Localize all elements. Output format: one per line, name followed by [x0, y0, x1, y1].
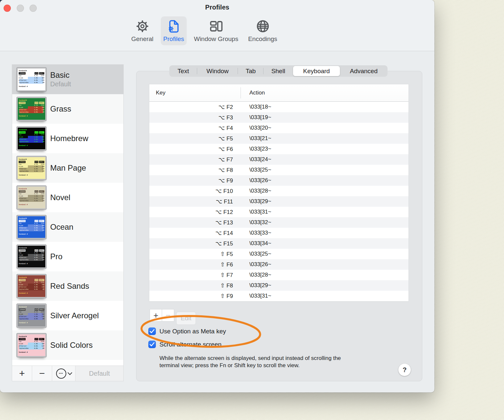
profile-name: Novel [50, 193, 70, 202]
tab-advanced[interactable]: Advanced [340, 65, 388, 77]
profile-row-grass[interactable]: Terminal# COMMAND%CPURPRVT top4.1%231K X… [12, 94, 123, 124]
table-row[interactable]: ⇧ F8\033[29~ [149, 280, 409, 291]
edit-key-mapping-button[interactable]: Edit [176, 312, 196, 325]
toolbar-item-encodings[interactable]: Encodings [245, 16, 280, 45]
table-row[interactable]: ⌥ F11\033[29~ [149, 196, 409, 207]
profile-row-man-page[interactable]: Terminal# COMMAND%CPURPRVT top4.1%231K X… [12, 153, 123, 183]
gear-icon [135, 18, 150, 34]
chevron-down-icon [67, 370, 72, 375]
profile-thumbnail: Terminal# COMMAND%CPURPRVT top4.1%231K X… [17, 274, 46, 298]
toolbar-label-window-groups: Window Groups [194, 35, 238, 43]
profile-thumbnail: Terminal# COMMAND%CPURPRVT top4.1%231K X… [17, 156, 46, 180]
table-row[interactable]: ⌥ F6\033[23~ [149, 144, 409, 154]
tab-keyboard[interactable]: Keyboard [293, 66, 340, 76]
tab-window[interactable]: Window [197, 65, 238, 77]
table-row[interactable]: ⌥ F13\033[32~ [149, 217, 409, 228]
table-row[interactable]: ⌥ F2\033[18~ [149, 102, 409, 112]
window-title: Profiles [0, 4, 434, 11]
toolbar-item-window-groups[interactable]: Window Groups [191, 16, 241, 45]
remove-profile-button[interactable]: − [32, 366, 52, 381]
profile-row-red-sands[interactable]: Terminal# COMMAND%CPURPRVT top4.1%231K X… [12, 271, 123, 301]
profile-actions-menu-button[interactable]: ••• [52, 366, 75, 381]
profile-name: Basic [50, 71, 71, 80]
desktop-background: Profiles [0, 0, 504, 420]
add-key-mapping-button[interactable]: + [150, 309, 162, 322]
table-row[interactable]: ⌥ F9\033[26~ [149, 175, 409, 186]
profile-settings-panel: Text Window Tab Shell Keyboard Advanced … [136, 71, 422, 381]
toolbar-item-general[interactable]: General [129, 16, 156, 45]
table-row[interactable]: ⇧ F7\033[28~ [149, 270, 409, 280]
checkbox-checked-icon [148, 327, 156, 335]
profile-thumbnail: Terminal# COMMAND%CPURPRVT top4.1%231K X… [17, 127, 46, 150]
profile-name: Man Page [50, 163, 86, 173]
profile-list-toolbar: + − ••• Default [12, 366, 123, 381]
set-default-button[interactable]: Default [75, 366, 123, 381]
alternate-screen-help-text: While the alternate screen is displayed,… [159, 355, 386, 369]
profile-row-pro[interactable]: Terminal# COMMAND%CPURPRVT top4.1%231K X… [12, 242, 123, 271]
use-option-as-meta-key-checkbox[interactable]: Use Option as Meta key [148, 327, 226, 335]
ellipsis-circle-icon: ••• [56, 368, 66, 379]
profile-row-homebrew[interactable]: Terminal# COMMAND%CPURPRVT top4.1%231K X… [12, 124, 123, 153]
add-profile-button[interactable]: + [12, 366, 32, 381]
preferences-toolbar: General [129, 16, 280, 45]
table-row[interactable]: ⌥ F5\033[21~ [149, 133, 409, 144]
remove-key-mapping-button[interactable]: − [162, 309, 174, 322]
scroll-alternate-screen-checkbox[interactable]: Scroll alternate screen [148, 341, 221, 348]
profile-row-basic[interactable]: Terminal# COMMAND%CPURPRVT top4.1%231K X… [12, 65, 123, 94]
profile-name: Pro [50, 252, 62, 261]
profile-list: Terminal# COMMAND%CPURPRVT top4.1%231K X… [12, 64, 124, 381]
profile-name: Grass [50, 104, 71, 114]
profile-row-silver-aerogel[interactable]: Terminal# COMMAND%CPURPRVT top4.1%231K X… [12, 301, 123, 330]
profile-name: Homebrew [50, 134, 88, 143]
tab-text[interactable]: Text [169, 65, 197, 77]
toolbar-item-profiles[interactable]: Profiles [161, 16, 187, 45]
table-row[interactable]: ⌥ F15\033[34~ [149, 238, 409, 249]
profile-thumbnail: Terminal# COMMAND%CPURPRVT top4.1%231K X… [17, 186, 46, 209]
toolbar-label-profiles: Profiles [163, 35, 184, 43]
window-groups-icon [209, 18, 224, 34]
key-mapping-table: Key Action ⌥ F2\033[18~ ⌥ F3\033[19~ ⌥ F… [149, 84, 409, 302]
titlebar: Profiles [0, 0, 434, 51]
table-row[interactable]: ⇧ F6\033[26~ [149, 259, 409, 270]
table-row[interactable]: ⌥ F4\033[20~ [149, 123, 409, 133]
tab-tab[interactable]: Tab [238, 65, 263, 77]
help-button[interactable]: ? [398, 364, 411, 376]
profile-row-solid-colors[interactable]: Terminal# COMMAND%CPURPRVT top4.1%231K X… [12, 330, 123, 360]
table-row[interactable]: ⌥ F14\033[33~ [149, 228, 409, 238]
table-body: ⌥ F2\033[18~ ⌥ F3\033[19~ ⌥ F4\033[20~ ⌥… [149, 102, 409, 301]
table-row[interactable]: ⇧ F9\033[31~ [149, 291, 409, 301]
globe-icon [255, 18, 270, 34]
terminal-preferences-window: Profiles [0, 0, 434, 392]
profile-thumbnail: Terminal# COMMAND%CPURPRVT top4.1%231K X… [17, 245, 46, 268]
toolbar-label-encodings: Encodings [248, 35, 277, 43]
profiles-document-icon [166, 18, 181, 34]
table-header: Key Action [149, 84, 409, 102]
profile-default-badge: Default [50, 80, 71, 88]
profile-row-ocean[interactable]: Terminal# COMMAND%CPURPRVT top4.1%231K X… [12, 212, 123, 242]
profile-thumbnail: Terminal# COMMAND%CPURPRVT top4.1%231K X… [17, 68, 46, 91]
table-row[interactable]: ⌥ F10\033[28~ [149, 186, 409, 196]
profile-name: Ocean [50, 222, 74, 232]
profile-name: Red Sands [50, 282, 89, 291]
profile-thumbnail: Terminal# COMMAND%CPURPRVT top4.1%231K X… [17, 304, 46, 327]
table-row[interactable]: ⇧ F5\033[25~ [149, 249, 409, 259]
tab-shell[interactable]: Shell [263, 65, 293, 77]
profile-name: Solid Colors [50, 341, 93, 350]
profile-row-novel[interactable]: Terminal# COMMAND%CPURPRVT top4.1%231K X… [12, 183, 123, 212]
column-header-action: Action [249, 90, 265, 96]
profile-thumbnail: Terminal# COMMAND%CPURPRVT top4.1%231K X… [17, 215, 46, 239]
table-row[interactable]: ⌥ F12\033[31~ [149, 207, 409, 217]
column-divider[interactable] [241, 87, 241, 98]
column-header-key: Key [149, 90, 165, 96]
table-row[interactable]: ⌥ F7\033[24~ [149, 154, 409, 165]
table-row[interactable]: ⌥ F8\033[25~ [149, 165, 409, 175]
settings-tab-bar: Text Window Tab Shell Keyboard Advanced [169, 65, 388, 77]
table-row[interactable]: ⌥ F3\033[19~ [149, 112, 409, 123]
profile-thumbnail: Terminal# COMMAND%CPURPRVT top4.1%231K X… [17, 333, 46, 357]
profile-thumbnail: Terminal# COMMAND%CPURPRVT top4.1%231K X… [17, 97, 46, 121]
checkbox-checked-icon [148, 341, 156, 348]
profile-name: Silver Aerogel [50, 311, 99, 320]
toolbar-label-general: General [131, 35, 154, 43]
